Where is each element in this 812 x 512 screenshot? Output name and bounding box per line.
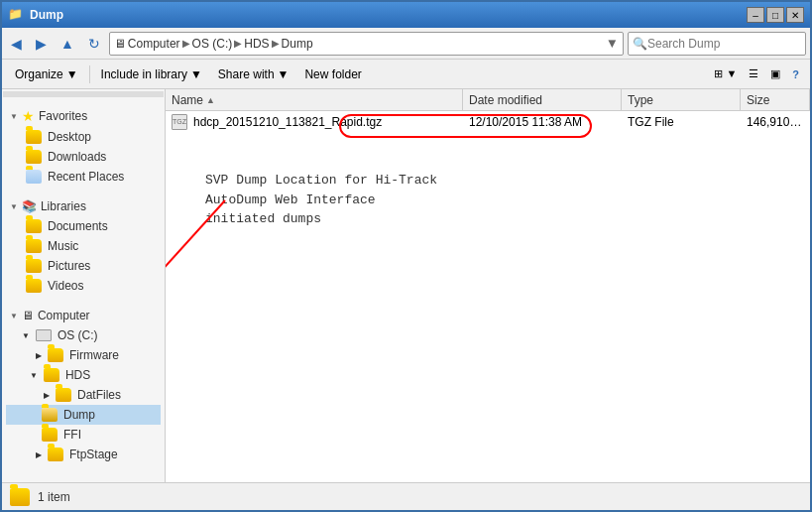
recent-folder-icon bbox=[26, 170, 42, 184]
sidebar-item-os-drive[interactable]: ▼ OS (C:) bbox=[6, 325, 161, 345]
title-bar: 📁 Dump – □ ✕ bbox=[2, 2, 810, 28]
sidebar-item-ftpstage[interactable]: ▶ FtpStage bbox=[6, 445, 161, 464]
search-bar: 🔍 bbox=[628, 32, 806, 56]
forward-icon: ▶ bbox=[36, 36, 47, 52]
ftpstage-expand-icon: ▶ bbox=[36, 450, 42, 459]
favorites-label: Favorites bbox=[39, 109, 87, 123]
help-icon: ? bbox=[792, 68, 799, 80]
col-date-header[interactable]: Date modified bbox=[463, 89, 622, 110]
computer-section: ▼ 🖥 Computer ▼ OS (C:) ▶ Firmware bbox=[2, 300, 165, 468]
computer-icon: 🖥 bbox=[114, 37, 126, 51]
help-button[interactable]: ? bbox=[787, 65, 804, 83]
firmware-label: Firmware bbox=[69, 348, 119, 362]
sidebar-item-videos[interactable]: Videos bbox=[6, 276, 161, 296]
libraries-label: Libraries bbox=[41, 199, 86, 213]
computer-pc-icon: 🖥 bbox=[22, 309, 34, 322]
navigation-toolbar: ◀ ▶ ▲ ↻ 🖥 Computer ▶ OS (C:) ▶ H bbox=[2, 28, 810, 60]
sidebar-item-downloads[interactable]: Downloads bbox=[6, 147, 161, 167]
title-buttons: – □ ✕ bbox=[747, 7, 804, 23]
sidebar-item-ffi[interactable]: FFI bbox=[6, 425, 161, 445]
close-button[interactable]: ✕ bbox=[786, 7, 804, 23]
file-date-cell: 12/10/2015 11:38 AM bbox=[463, 115, 622, 129]
col-name-header[interactable]: Name ▲ bbox=[166, 89, 463, 110]
table-row[interactable]: TGZ hdcp_20151210_113821_Rapid.tgz 12/10… bbox=[166, 111, 810, 133]
col-type-header[interactable]: Type bbox=[622, 89, 741, 110]
libraries-group[interactable]: ▼ 📚 Libraries bbox=[6, 196, 161, 216]
pictures-folder-icon bbox=[26, 259, 42, 273]
music-folder-icon bbox=[26, 239, 42, 253]
preview-button[interactable]: ▣ bbox=[765, 64, 785, 83]
col-name-sort-icon: ▲ bbox=[206, 95, 215, 105]
sidebar-item-music[interactable]: Music bbox=[6, 236, 161, 256]
details-view-button[interactable]: ☰ bbox=[744, 64, 763, 83]
libraries-section: ▼ 📚 Libraries Documents Music Pictures bbox=[2, 191, 165, 300]
favorites-group[interactable]: ▼ ★ Favorites bbox=[6, 105, 161, 127]
file-size-cell: 146,910 KB bbox=[741, 115, 810, 129]
toolbar-separator-1 bbox=[89, 65, 90, 83]
breadcrumb-dump: Dump bbox=[282, 37, 313, 51]
share-with-button[interactable]: Share with ▼ bbox=[211, 64, 296, 84]
sidebar: ▼ ★ Favorites Desktop Downloads Recent P… bbox=[2, 89, 166, 482]
sidebar-item-desktop[interactable]: Desktop bbox=[6, 127, 161, 147]
annotation-line3: initiated dumps bbox=[205, 209, 437, 229]
include-library-label: Include in library bbox=[101, 67, 187, 81]
up-button[interactable]: ▲ bbox=[56, 33, 79, 55]
details-view-icon: ☰ bbox=[749, 67, 758, 79]
documents-label: Documents bbox=[48, 219, 108, 233]
refresh-button[interactable]: ↻ bbox=[83, 33, 105, 55]
sidebar-item-datfiles[interactable]: ▶ DatFiles bbox=[6, 385, 161, 405]
new-folder-label: New folder bbox=[304, 67, 361, 81]
views-button[interactable]: ⊞ ▼ bbox=[709, 64, 742, 83]
dump-folder-icon bbox=[42, 408, 58, 422]
share-dropdown-icon: ▼ bbox=[278, 67, 290, 81]
minimize-button[interactable]: – bbox=[747, 7, 764, 23]
recent-label: Recent Places bbox=[48, 170, 124, 184]
ffi-label: FFI bbox=[63, 428, 81, 442]
col-size-header[interactable]: Size bbox=[741, 89, 810, 110]
maximize-button[interactable]: □ bbox=[766, 7, 784, 23]
preview-icon: ▣ bbox=[770, 67, 780, 79]
firmware-expand-icon: ▶ bbox=[36, 351, 42, 360]
documents-folder-icon bbox=[26, 219, 42, 233]
svg-line-1 bbox=[166, 200, 225, 409]
os-drive-label: OS (C:) bbox=[58, 328, 98, 342]
ffi-folder-icon bbox=[42, 428, 58, 442]
main-window: 📁 Dump – □ ✕ ◀ ▶ ▲ ↻ 🖥 Computer bbox=[0, 0, 812, 512]
sidebar-item-dump[interactable]: Dump bbox=[6, 405, 161, 425]
file-type-cell: TGZ File bbox=[622, 115, 741, 129]
col-size-label: Size bbox=[747, 93, 769, 107]
hds-folder-icon bbox=[44, 368, 59, 382]
include-library-button[interactable]: Include in library ▼ bbox=[94, 64, 209, 84]
address-bar[interactable]: 🖥 Computer ▶ OS (C:) ▶ HDS ▶ Dump ▼ bbox=[109, 32, 624, 56]
forward-button[interactable]: ▶ bbox=[31, 33, 52, 55]
sidebar-item-documents[interactable]: Documents bbox=[6, 216, 161, 236]
breadcrumb-drive: OS (C:) bbox=[192, 37, 233, 51]
organize-label: Organize bbox=[15, 67, 63, 81]
status-folder-icon bbox=[10, 488, 30, 506]
firmware-folder-icon bbox=[48, 348, 63, 362]
sidebar-item-hds[interactable]: ▼ HDS bbox=[6, 365, 161, 385]
breadcrumb-hds: HDS bbox=[244, 37, 269, 51]
datfiles-expand-icon: ▶ bbox=[44, 391, 50, 400]
file-type-icon: TGZ bbox=[172, 114, 187, 130]
sidebar-item-recent[interactable]: Recent Places bbox=[6, 167, 161, 187]
libraries-book-icon: 📚 bbox=[22, 199, 37, 213]
file-list-content: TGZ hdcp_20151210_113821_Rapid.tgz 12/10… bbox=[166, 111, 810, 482]
annotation-area: SVP Dump Location for Hi-Track AutoDump … bbox=[205, 171, 437, 229]
favorites-expand-icon: ▼ bbox=[10, 112, 18, 121]
datfiles-folder-icon bbox=[56, 388, 71, 402]
sidebar-item-pictures[interactable]: Pictures bbox=[6, 256, 161, 276]
new-folder-button[interactable]: New folder bbox=[297, 64, 368, 84]
downloads-folder-icon bbox=[26, 150, 42, 164]
organize-button[interactable]: Organize ▼ bbox=[8, 64, 85, 84]
sidebar-item-firmware[interactable]: ▶ Firmware bbox=[6, 345, 161, 365]
address-dropdown-button[interactable]: ▼ bbox=[606, 36, 619, 51]
breadcrumb-sep-3: ▶ bbox=[272, 38, 280, 49]
back-button[interactable]: ◀ bbox=[6, 33, 27, 55]
search-input[interactable] bbox=[647, 37, 801, 51]
videos-label: Videos bbox=[48, 279, 83, 293]
ftpstage-folder-icon bbox=[48, 448, 63, 461]
col-type-label: Type bbox=[628, 93, 653, 107]
computer-group[interactable]: ▼ 🖥 Computer bbox=[6, 306, 161, 325]
col-date-label: Date modified bbox=[469, 93, 542, 107]
